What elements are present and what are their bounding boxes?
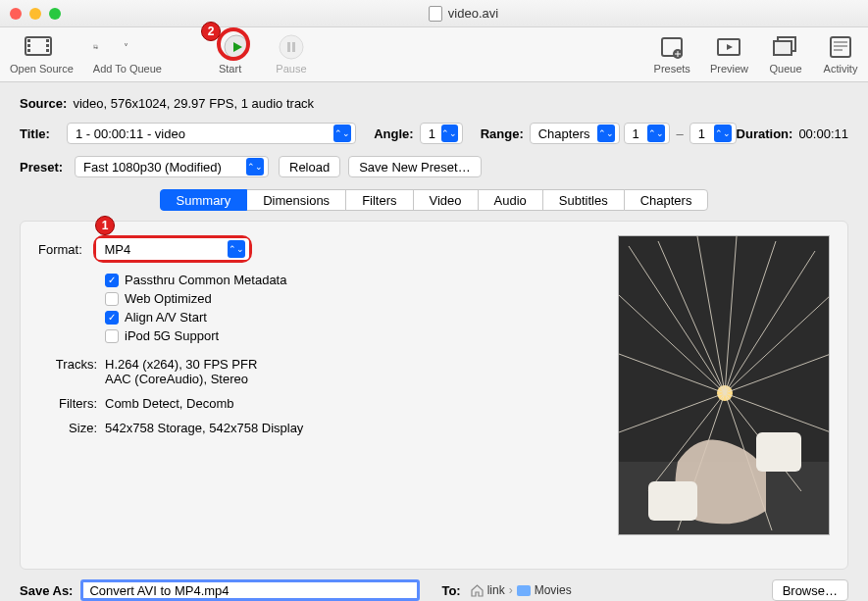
select-arrow-icon: ⌃⌄	[228, 240, 245, 258]
tab-filters[interactable]: Filters	[345, 189, 413, 211]
format-label: Format:	[38, 242, 82, 257]
queue-icon	[768, 33, 803, 61]
annotation-highlight: MP4 ⌃⌄	[93, 235, 252, 263]
annotation-circle	[217, 27, 250, 61]
minimize-button[interactable]	[29, 8, 41, 20]
size-value: 542x758 Storage, 542x758 Display	[105, 421, 303, 435]
svg-rect-42	[648, 481, 697, 521]
ipod-checkbox-row[interactable]: iPod 5G Support	[105, 328, 598, 343]
add-to-queue-label: Add To Queue	[93, 63, 162, 75]
tab-dimensions[interactable]: Dimensions	[246, 189, 346, 211]
preview-label: Preview	[710, 63, 748, 75]
checkbox-icon	[105, 292, 119, 306]
range-dash: –	[676, 126, 683, 141]
start-label: Start	[219, 63, 241, 75]
pause-button: Pause	[274, 31, 309, 75]
pause-label: Pause	[276, 63, 306, 75]
browse-button[interactable]: Browse…	[772, 579, 848, 601]
add-to-queue-button[interactable]: ˅ Add To Queue	[93, 31, 162, 75]
title-bar: video.avi	[0, 0, 868, 27]
preset-label: Preset:	[20, 160, 69, 175]
presets-icon	[654, 33, 689, 61]
align-label: Align A/V Start	[125, 310, 207, 325]
size-label: Size:	[38, 421, 97, 435]
film-open-icon	[24, 33, 59, 61]
window-controls	[10, 8, 61, 20]
format-select[interactable]: MP4 ⌃⌄	[96, 238, 249, 260]
preset-select[interactable]: Fast 1080p30 (Modified) ⌃⌄	[75, 156, 269, 177]
activity-button[interactable]: Activity	[823, 31, 858, 75]
select-arrow-icon: ⌃⌄	[441, 125, 458, 142]
title-row: Title: 1 - 00:00:11 - video ⌃⌄ Angle: 1 …	[20, 123, 848, 144]
preview-button[interactable]: Preview	[710, 31, 748, 75]
video-preview	[618, 235, 830, 535]
chevron-down-icon[interactable]: ˅	[124, 42, 128, 53]
checkbox-checked-icon: ✓	[105, 274, 119, 287]
tab-audio[interactable]: Audio	[478, 189, 543, 211]
close-button[interactable]	[10, 8, 22, 20]
align-checkbox-row[interactable]: ✓ Align A/V Start	[105, 310, 598, 325]
image-add-icon: ˅	[93, 33, 128, 61]
svg-point-8	[94, 46, 95, 47]
maximize-button[interactable]	[49, 8, 61, 20]
svg-rect-2	[27, 44, 30, 47]
source-label: Source:	[20, 96, 67, 111]
tab-video[interactable]: Video	[413, 189, 479, 211]
svg-rect-18	[774, 41, 791, 55]
select-arrow-icon: ⌃⌄	[333, 125, 351, 142]
passthru-checkbox-row[interactable]: ✓ Passthru Common Metadata	[105, 273, 598, 287]
range-type-select[interactable]: Chapters ⌃⌄	[530, 123, 620, 144]
svg-point-11	[280, 35, 303, 59]
angle-select[interactable]: 1 ⌃⌄	[420, 123, 463, 144]
pause-icon	[274, 33, 309, 61]
home-icon	[471, 584, 484, 597]
tab-bar: Summary Dimensions Filters Video Audio S…	[20, 189, 848, 211]
saveas-input[interactable]: Convert AVI to MP4.mp4	[80, 579, 420, 601]
title-label: Title:	[20, 126, 61, 141]
saveas-label: Save As:	[20, 583, 73, 598]
save-new-preset-label: Save New Preset…	[359, 160, 470, 175]
save-new-preset-button[interactable]: Save New Preset…	[348, 156, 481, 177]
tracks-label: Tracks:	[38, 357, 97, 386]
toolbar: Open Source ˅ Add To Queue 2 Start Pause…	[0, 27, 868, 82]
filters-label: Filters:	[38, 396, 97, 411]
summary-panel: 1 Format: MP4 ⌃⌄ ✓ Passthru Common Metad…	[20, 221, 848, 570]
annotation-badge-1: 1	[95, 216, 115, 235]
title-select[interactable]: 1 - 00:00:11 - video ⌃⌄	[67, 123, 356, 144]
duration-value: 00:00:11	[798, 126, 848, 141]
svg-rect-19	[831, 37, 850, 57]
range-from-value: 1	[633, 126, 642, 141]
webopt-label: Web Optimized	[125, 291, 212, 306]
window-title: video.avi	[69, 6, 858, 22]
path-separator: ›	[509, 583, 513, 597]
duration-label: Duration:	[737, 126, 793, 141]
svg-rect-6	[46, 49, 49, 52]
select-arrow-icon: ⌃⌄	[647, 125, 665, 142]
reload-button[interactable]: Reload	[279, 156, 340, 177]
svg-rect-43	[756, 432, 801, 472]
start-button[interactable]: 2 Start	[219, 31, 254, 75]
saveas-value: Convert AVI to MP4.mp4	[89, 583, 229, 598]
svg-rect-5	[46, 44, 49, 47]
select-arrow-icon: ⌃⌄	[597, 125, 615, 142]
svg-rect-3	[27, 49, 30, 52]
webopt-checkbox-row[interactable]: Web Optimized	[105, 291, 598, 306]
range-from-select[interactable]: 1 ⌃⌄	[624, 123, 671, 144]
to-path[interactable]: link › Movies	[471, 583, 572, 597]
format-value: MP4	[104, 242, 222, 257]
tab-subtitles[interactable]: Subtitles	[542, 189, 625, 211]
path-movies: Movies	[535, 583, 572, 597]
passthru-label: Passthru Common Metadata	[125, 273, 286, 287]
queue-button[interactable]: Queue	[768, 31, 803, 75]
annotation-badge-2: 2	[201, 22, 221, 41]
open-source-button[interactable]: Open Source	[10, 31, 74, 75]
source-value: video, 576x1024, 29.97 FPS, 1 audio trac…	[73, 96, 314, 111]
bottom-bar: Save As: Convert AVI to MP4.mp4 To: link…	[0, 570, 868, 601]
path-link: link	[487, 583, 505, 597]
tab-summary[interactable]: Summary	[160, 189, 248, 211]
range-to-select[interactable]: 1 ⌃⌄	[689, 123, 737, 144]
preview-icon	[711, 33, 746, 61]
preset-value: Fast 1080p30 (Modified)	[83, 160, 240, 175]
tab-chapters[interactable]: Chapters	[624, 189, 709, 211]
presets-button[interactable]: Presets	[654, 31, 690, 75]
